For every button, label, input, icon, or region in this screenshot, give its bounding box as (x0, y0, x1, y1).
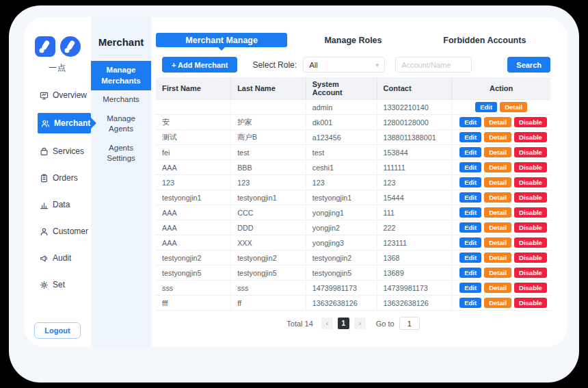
cell-action: EditDetailDisable (452, 281, 550, 296)
table-row: admin 13302210140 EditDetail (156, 100, 550, 115)
cell-system-account: 123 (306, 175, 377, 190)
disable-button[interactable]: Disable (514, 132, 547, 142)
detail-button[interactable]: Detail (484, 253, 511, 263)
sidebar-item-merchant[interactable]: Merchant (38, 113, 91, 133)
sidebar-item-services[interactable]: Services (24, 142, 91, 160)
cell-first-name: AAA (156, 205, 231, 220)
disable-button[interactable]: Disable (514, 222, 547, 233)
sidebar-item-set[interactable]: Set (24, 276, 91, 294)
role-select-dropdown[interactable]: All ▾ (303, 57, 385, 73)
detail-button[interactable]: Detail (484, 298, 511, 308)
bag-icon (40, 147, 49, 156)
cell-contact: 153844 (377, 145, 452, 160)
sidebar-item-data[interactable]: Data (24, 196, 91, 214)
goto-page-input[interactable] (399, 317, 420, 330)
tab-merchant-manage[interactable]: Merchant Manage (156, 33, 287, 47)
edit-button[interactable]: Edit (459, 283, 481, 293)
cell-first-name: AAA (156, 160, 231, 175)
column-system-account: System Account (306, 77, 377, 100)
submenu-item-manage-merchants[interactable]: Manage Merchants (91, 61, 151, 90)
cell-first-name: testyongjin5 (156, 266, 231, 281)
disable-button[interactable]: Disable (514, 253, 547, 263)
detail-button[interactable]: Detail (484, 147, 511, 157)
edit-button[interactable]: Edit (459, 192, 481, 203)
cell-first-name: 123 (156, 175, 231, 190)
edit-button[interactable]: Edit (459, 162, 481, 172)
add-merchant-button[interactable]: + Add Merchant (162, 57, 237, 73)
sidebar-item-label: Services (53, 146, 84, 156)
edit-button[interactable]: Edit (459, 253, 481, 263)
edit-button[interactable]: Edit (459, 132, 481, 142)
search-button[interactable]: Search (507, 57, 550, 73)
disable-button[interactable]: Disable (514, 283, 547, 293)
edit-button[interactable]: Edit (475, 102, 497, 112)
column-last-name: Last Name (231, 77, 306, 100)
table-row: AAA XXX yongjing3 123111 EditDetailDisab… (156, 235, 550, 250)
sidebar-item-customer[interactable]: Customer (24, 222, 91, 240)
sidebar-item-orders[interactable]: Orders (24, 169, 91, 187)
disable-button[interactable]: Disable (514, 117, 547, 127)
sidebar-item-audit[interactable]: Audit (24, 249, 91, 267)
disable-button[interactable]: Disable (514, 268, 547, 278)
detail-button[interactable]: Detail (500, 102, 527, 112)
sidebar-item-label: Overview (53, 90, 87, 100)
cell-contact: 14739981173 (377, 281, 452, 296)
detail-button[interactable]: Detail (484, 222, 511, 233)
disable-button[interactable]: Disable (514, 147, 547, 157)
detail-button[interactable]: Detail (484, 237, 511, 248)
tab-forbidden-accounts[interactable]: Forbidden Accounts (419, 33, 550, 47)
page-1-button[interactable]: 1 (338, 318, 349, 329)
detail-button[interactable]: Detail (484, 117, 511, 127)
cell-system-account: testyongjin5 (306, 266, 377, 281)
disable-button[interactable]: Disable (514, 207, 547, 218)
detail-button[interactable]: Detail (484, 207, 511, 218)
cell-first-name: 安 (156, 115, 231, 130)
submenu-divider (99, 55, 143, 55)
edit-button[interactable]: Edit (459, 237, 481, 248)
detail-button[interactable]: Detail (484, 268, 511, 278)
cell-action: EditDetailDisable (452, 205, 550, 220)
prev-page-button[interactable]: ‹ (321, 318, 333, 329)
edit-button[interactable]: Edit (459, 207, 481, 218)
column-first-name: First Name (156, 77, 231, 100)
table-row: testyongjin5 testyongjin5 testyongjin5 1… (156, 266, 550, 281)
submenu-item-manage-agents[interactable]: Manage Agents (91, 109, 151, 139)
cell-last-name: testyongjin5 (231, 266, 306, 281)
detail-button[interactable]: Detail (484, 132, 511, 142)
cell-contact: 111111 (377, 160, 452, 175)
detail-button[interactable]: Detail (484, 177, 511, 187)
cell-last-name: 123 (231, 175, 306, 190)
table-row: fff ff 13632638126 13632638126 EditDetai… (156, 296, 550, 311)
detail-button[interactable]: Detail (484, 192, 511, 203)
megaphone-icon (40, 254, 49, 263)
edit-button[interactable]: Edit (459, 298, 481, 308)
disable-button[interactable]: Disable (514, 177, 547, 187)
table-row: fei test test 153844 EditDetailDisable (156, 145, 550, 160)
edit-button[interactable]: Edit (459, 117, 481, 127)
primary-sidebar: 一点 Overview Merchant Services Orders Dat… (24, 17, 91, 347)
next-page-button[interactable]: › (354, 318, 366, 329)
disable-button[interactable]: Disable (514, 298, 547, 308)
detail-button[interactable]: Detail (484, 162, 511, 172)
submenu-item-merchants[interactable]: Merchants (91, 90, 151, 109)
tab-bar: Merchant Manage Manage Roles Forbidden A… (156, 33, 550, 47)
cell-first-name: sss (156, 281, 231, 296)
cell-last-name: 商户B (231, 130, 306, 145)
submenu-item-agents-settings[interactable]: Agents Settings (91, 139, 151, 168)
edit-button[interactable]: Edit (459, 222, 481, 233)
tab-manage-roles[interactable]: Manage Roles (287, 33, 418, 47)
edit-button[interactable]: Edit (459, 177, 481, 187)
disable-button[interactable]: Disable (514, 192, 547, 203)
logout-button[interactable]: Logout (34, 322, 80, 339)
cell-system-account: yongjing1 (306, 205, 377, 220)
cell-action: EditDetail (452, 100, 550, 115)
edit-button[interactable]: Edit (459, 147, 481, 157)
account-name-input[interactable] (395, 57, 472, 73)
disable-button[interactable]: Disable (514, 237, 547, 248)
edit-button[interactable]: Edit (459, 268, 481, 278)
detail-button[interactable]: Detail (484, 283, 511, 293)
disable-button[interactable]: Disable (514, 162, 547, 172)
merchant-table: First Name Last Name System Account Cont… (156, 77, 550, 311)
cell-first-name (156, 100, 231, 115)
sidebar-item-overview[interactable]: Overview (24, 86, 91, 104)
